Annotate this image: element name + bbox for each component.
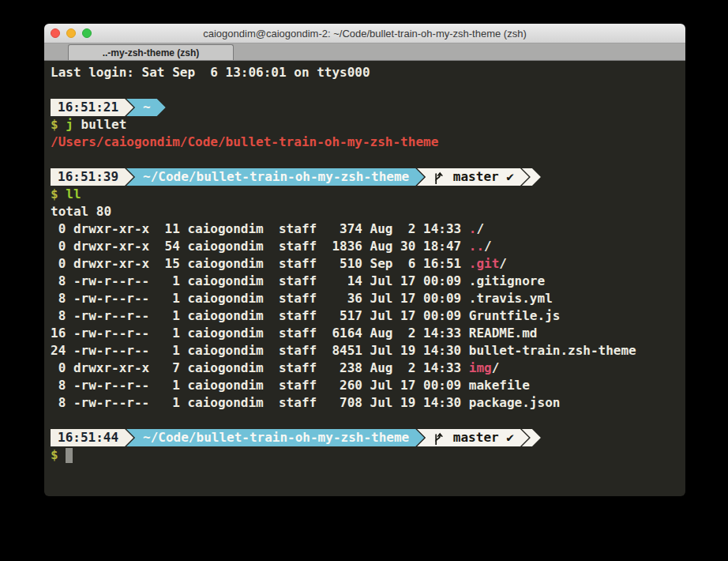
terminal-text: Last login: Sat Sep 6 13:06:01 on ttys00… [51,64,370,81]
prompt-path-segment: ~/Code/bullet-train-oh-my-zsh-theme [126,429,424,446]
terminal-text: $ [51,116,58,134]
traffic-lights [51,24,92,43]
terminal-text: / [492,360,500,377]
prompt-path-segment: ~/Code/bullet-train-oh-my-zsh-theme [126,168,424,186]
git-branch-icon [433,431,444,445]
terminal-line: 8 -rw-r--r-- 1 caiogondim staff 708 Jul … [51,394,685,412]
terminal-line: /Users/caiogondim/Code/bullet-train-oh-m… [51,134,685,151]
desktop-background: caiogondim@caiogondim-2: ~/Code/bullet-t… [0,0,728,561]
tab-bar: ..-my-zsh-theme (zsh) [44,43,685,61]
terminal-line: 8 -rw-r--r-- 1 caiogondim staff 517 Jul … [51,307,685,325]
terminal-text: .. [469,238,484,255]
terminal-line: Last login: Sat Sep 6 13:06:01 on ttys00… [51,64,685,81]
terminal-line: 24 -rw-r--r-- 1 caiogondim staff 8451 Ju… [51,342,685,360]
terminal-body[interactable]: Last login: Sat Sep 6 13:06:01 on ttys00… [44,61,685,496]
terminal-line: 0 drwxr-xr-x 7 caiogondim staff 238 Aug … [51,360,685,377]
terminal-line [51,412,685,429]
terminal-text: 0 drwxr-xr-x 54 caiogondim staff 1836 Au… [51,238,469,255]
terminal-text: / [499,255,507,273]
terminal-text: img [469,360,492,377]
terminal-text: /Users/caiogondim/Code/bullet-train-oh-m… [51,134,438,151]
terminal-line: 0 drwxr-xr-x 11 caiogondim staff 374 Aug… [51,220,685,238]
terminal-text: ll [58,186,81,203]
close-button[interactable] [51,28,60,38]
git-branch-label: master ✔ [445,168,514,186]
terminal-text: / [484,238,492,255]
terminal-line: $ [51,446,685,464]
git-branch-icon [433,171,444,184]
terminal-line: 8 -rw-r--r-- 1 caiogondim staff 36 Jul 1… [51,290,685,307]
terminal-text: 8 -rw-r--r-- 1 caiogondim staff 36 Jul 1… [51,290,553,307]
terminal-line: $ j bullet [51,116,685,134]
terminal-text: 24 -rw-r--r-- 1 caiogondim staff 8451 Ju… [51,342,636,360]
terminal-text: bullet [73,116,126,134]
window-titlebar[interactable]: caiogondim@caiogondim-2: ~/Code/bullet-t… [44,24,685,43]
zoom-button[interactable] [82,28,92,38]
minimize-button[interactable] [66,28,76,38]
terminal-text: 0 drwxr-xr-x 11 caiogondim staff 374 Aug… [51,220,469,238]
terminal-line: 0 drwxr-xr-x 15 caiogondim staff 510 Sep… [51,255,685,273]
terminal-text: 0 drwxr-xr-x 7 caiogondim staff 238 Aug … [51,360,469,377]
tab-label: ..-my-zsh-theme (zsh) [103,47,200,58]
prompt-git-segment: master ✔ [417,429,529,446]
terminal-line: 0 drwxr-xr-x 54 caiogondim staff 1836 Au… [51,238,685,255]
terminal-window: caiogondim@caiogondim-2: ~/Code/bullet-t… [44,24,685,496]
terminal-text: total 80 [51,203,111,220]
prompt-time-segment: 16:51:39 [51,168,133,186]
terminal-tab[interactable]: ..-my-zsh-theme (zsh) [68,44,234,60]
terminal-text: $ [51,186,58,203]
git-branch-label: master ✔ [445,429,514,446]
terminal-text: .git [469,255,500,273]
prompt-time-segment: 16:51:44 [51,429,133,446]
terminal-line [51,151,685,168]
terminal-line: total 80 [51,203,685,220]
terminal-line: 8 -rw-r--r-- 1 caiogondim staff 14 Jul 1… [51,273,685,290]
terminal-text: 16 -rw-r--r-- 1 caiogondim staff 6164 Au… [51,325,538,342]
terminal-text: 8 -rw-r--r-- 1 caiogondim staff 260 Jul … [51,377,530,394]
prompt-time-segment: 16:51:21 [51,99,133,116]
terminal-cursor [66,448,73,463]
prompt-line: 16:51:44~/Code/bullet-train-oh-my-zsh-th… [51,429,685,446]
prompt-line: 16:51:39~/Code/bullet-train-oh-my-zsh-th… [51,168,685,186]
terminal-text: / [476,220,484,238]
terminal-text: 8 -rw-r--r-- 1 caiogondim staff 708 Jul … [51,394,560,412]
terminal-text: . [469,220,477,238]
prompt-line: 16:51:21~ [51,99,685,116]
terminal-text: 0 drwxr-xr-x 15 caiogondim staff 510 Sep… [51,255,469,273]
window-title: caiogondim@caiogondim-2: ~/Code/bullet-t… [203,28,527,40]
prompt-git-segment: master ✔ [417,168,529,186]
terminal-text: $ [51,446,66,464]
terminal-line: 16 -rw-r--r-- 1 caiogondim staff 6164 Au… [51,325,685,342]
terminal-text: 8 -rw-r--r-- 1 caiogondim staff 517 Jul … [51,307,560,325]
terminal-line: 8 -rw-r--r-- 1 caiogondim staff 260 Jul … [51,377,685,394]
terminal-line: $ ll [51,186,685,203]
terminal-text: j [58,116,73,134]
terminal-text: 8 -rw-r--r-- 1 caiogondim staff 14 Jul 1… [51,273,545,290]
terminal-line [51,81,685,99]
